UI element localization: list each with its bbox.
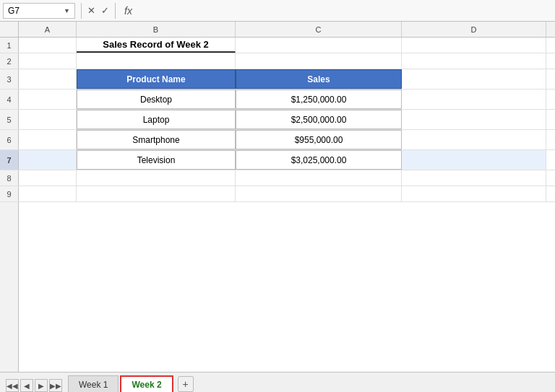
cancel-icon[interactable]: ✕	[87, 5, 95, 16]
cell-b7[interactable]: Television	[77, 150, 236, 170]
cell-c3[interactable]: Sales	[236, 69, 402, 89]
cell-a9[interactable]	[19, 186, 77, 201]
name-box-text: G7	[8, 6, 61, 16]
sheet-tab-week2[interactable]: Week 2	[120, 375, 173, 392]
corner-cell	[0, 22, 19, 37]
cell-c7[interactable]: $3,025,000.00	[236, 150, 402, 170]
table-row: 2	[0, 53, 555, 69]
col-header-c[interactable]: C	[236, 22, 402, 37]
column-headers: A B C D	[0, 22, 555, 38]
tab-nav-next[interactable]: ▶	[35, 379, 48, 392]
row-header-2: 2	[0, 53, 19, 69]
confirm-icon[interactable]: ✓	[101, 5, 109, 16]
cell-b2[interactable]	[77, 53, 236, 69]
cell-d5[interactable]	[402, 110, 546, 129]
row-header-5: 5	[0, 110, 19, 129]
cell-a6[interactable]	[19, 130, 77, 149]
cell-c4[interactable]: $1,250,000.00	[236, 90, 402, 109]
cell-c6[interactable]: $955,000.00	[236, 130, 402, 149]
cell-a4[interactable]	[19, 90, 77, 109]
tab-nav-prev[interactable]: ◀	[20, 379, 33, 392]
tab-nav-last[interactable]: ▶▶	[49, 379, 62, 392]
col-header-a[interactable]: A	[19, 22, 77, 37]
tab-nav: ◀◀ ◀ ▶ ▶▶	[6, 379, 62, 392]
sheet-tab-week1[interactable]: Week 1	[68, 375, 119, 392]
table-row: 6 Smartphone $955,000.00	[0, 130, 555, 150]
row-header-7: 7	[0, 150, 19, 170]
cell-a3[interactable]	[19, 69, 77, 89]
cell-b3[interactable]: Product Name	[77, 69, 236, 89]
cell-c9[interactable]	[236, 186, 402, 201]
cell-a5[interactable]	[19, 110, 77, 129]
table-row: 1 Sales Record of Week 2	[0, 38, 555, 53]
cell-d4[interactable]	[402, 90, 546, 109]
cell-b4[interactable]: Desktop	[77, 90, 236, 109]
tab-nav-first[interactable]: ◀◀	[6, 379, 19, 392]
name-box-dropdown-icon: ▼	[64, 7, 70, 14]
grid-filler	[0, 202, 555, 372]
formula-input[interactable]	[135, 3, 552, 19]
cell-d6[interactable]	[402, 130, 546, 149]
table-row: 8	[0, 170, 555, 186]
cell-b5[interactable]: Laptop	[77, 110, 236, 129]
name-box[interactable]: G7 ▼	[3, 3, 75, 19]
cell-d8[interactable]	[402, 170, 546, 186]
cell-b9[interactable]	[77, 186, 236, 201]
fx-label: fx	[124, 5, 132, 17]
table-row: 4 Desktop $1,250,000.00	[0, 90, 555, 110]
row-header-4: 4	[0, 90, 19, 109]
col-header-b[interactable]: B	[77, 22, 236, 37]
cell-c8[interactable]	[236, 170, 402, 186]
table-row: 5 Laptop $2,500,000.00	[0, 110, 555, 130]
formula-bar-divider2	[115, 3, 116, 19]
formula-bar-divider	[81, 3, 82, 19]
cell-a1[interactable]	[19, 38, 77, 53]
formula-bar-icons: ✕ ✓	[87, 5, 109, 16]
col-header-d[interactable]: D	[402, 22, 546, 37]
cell-a8[interactable]	[19, 170, 77, 186]
row-header-1: 1	[0, 38, 19, 53]
row-header-8: 8	[0, 170, 19, 186]
add-sheet-button[interactable]: +	[178, 376, 194, 392]
cell-b8[interactable]	[77, 170, 236, 186]
sheet-tabs-bar: ◀◀ ◀ ▶ ▶▶ Week 1 Week 2 +	[0, 372, 555, 392]
cell-a7[interactable]	[19, 150, 77, 170]
cell-d9[interactable]	[402, 186, 546, 201]
formula-bar: G7 ▼ ✕ ✓ fx	[0, 0, 555, 22]
grid: 1 Sales Record of Week 2 2 3 Product Nam…	[0, 38, 555, 372]
cell-b6[interactable]: Smartphone	[77, 130, 236, 149]
table-row: 9	[0, 186, 555, 202]
table-row: 3 Product Name Sales	[0, 69, 555, 90]
cell-c2[interactable]	[236, 53, 402, 69]
row-header-9: 9	[0, 186, 19, 201]
row-header-3: 3	[0, 69, 19, 89]
cell-c1[interactable]	[236, 38, 402, 53]
cell-a2[interactable]	[19, 53, 77, 69]
cell-d1[interactable]	[402, 38, 546, 53]
table-row: 7 Television $3,025,000.00	[0, 150, 555, 170]
cell-d7[interactable]	[402, 150, 546, 170]
cell-c5[interactable]: $2,500,000.00	[236, 110, 402, 129]
row-header-6: 6	[0, 130, 19, 149]
spreadsheet: A B C D 1 Sales Record of Week 2 2 3 Pro…	[0, 22, 555, 372]
cell-d2[interactable]	[402, 53, 546, 69]
cell-d3[interactable]	[402, 69, 546, 89]
cell-b1[interactable]: Sales Record of Week 2	[77, 38, 236, 53]
